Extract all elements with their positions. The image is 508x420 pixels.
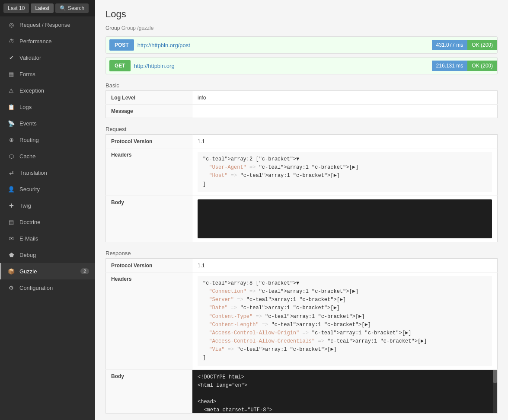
doctrine-icon: ▤ xyxy=(7,218,15,226)
sidebar-item-label: Guzzle xyxy=(19,268,37,275)
sidebar-item-label: Debug xyxy=(19,252,36,258)
sidebar-item-routing[interactable]: ⊕Routing xyxy=(0,131,95,148)
log-url[interactable]: http://httpbin.org/post xyxy=(137,42,432,48)
field-value: 1.1 xyxy=(192,259,498,272)
sidebar-item-debug[interactable]: ⬟Debug xyxy=(0,247,95,263)
sidebar-item-security[interactable]: 👤Security xyxy=(0,181,95,197)
sidebar-item-configuration[interactable]: ⚙Configuration xyxy=(0,279,95,296)
exception-icon: ⚠ xyxy=(7,87,15,94)
check-icon: ✔ xyxy=(7,54,15,61)
sidebar-item-label: Validator xyxy=(19,55,41,61)
request-table: Protocol Version 1.1 Headers "c-teal">ar… xyxy=(105,135,498,242)
scrollbar-thumb[interactable] xyxy=(493,370,497,383)
field-value: info xyxy=(192,91,498,105)
body-dark-block xyxy=(198,199,492,238)
resp-body-row: Body <!DOCTYPE html> <html lang="en"> <h… xyxy=(106,369,498,413)
headers-key: Headers xyxy=(106,148,192,196)
sidebar-item-events[interactable]: 📡Events xyxy=(0,115,95,131)
method-badge: GET xyxy=(109,60,131,71)
cache-icon: ⬡ xyxy=(7,152,15,160)
resp-headers-value: "c-teal">array:8 ["c-bracket">▼ "Connect… xyxy=(192,272,498,369)
email-icon: ✉ xyxy=(7,234,15,242)
sidebar-item-logs[interactable]: 📋Logs xyxy=(0,99,95,115)
sidebar-item-exception[interactable]: ⚠Exception xyxy=(0,82,95,99)
sidebar-item-request-response[interactable]: ◎Request / Response xyxy=(0,16,95,33)
sidebar-item-forms[interactable]: ▦Forms xyxy=(0,66,95,82)
forms-icon: ▦ xyxy=(7,70,15,78)
log-entry[interactable]: POSThttp://httpbin.org/post431.077 msOK … xyxy=(105,36,498,54)
guzzle-icon: 📦 xyxy=(7,267,15,275)
field-key: Log Level xyxy=(106,91,192,105)
log-time: 216.131 ms xyxy=(432,61,468,71)
resp-body-value: <!DOCTYPE html> <html lang="en"> <head> … xyxy=(192,369,498,413)
translation-icon: ⇄ xyxy=(7,169,15,176)
main-content: Logs Group Group /guzzle POSThttp://http… xyxy=(95,0,508,420)
field-key: Protocol Version xyxy=(106,259,192,272)
clock-icon: ⏱ xyxy=(7,37,15,45)
security-icon: 👤 xyxy=(7,185,15,193)
sidebar-item-performance[interactable]: ⏱Performance xyxy=(0,33,95,49)
field-key: Protocol Version xyxy=(106,135,192,148)
sidebar-item-label: Performance xyxy=(19,38,51,45)
search-icon: 🔍 xyxy=(60,5,66,11)
request-section-header: Request xyxy=(105,122,498,135)
last10-button[interactable]: Last 10 xyxy=(3,3,29,13)
body-value xyxy=(192,196,498,242)
sidebar-item-label: Logs xyxy=(19,104,32,110)
latest-button[interactable]: Latest xyxy=(31,3,54,13)
sidebar-item-label: Doctrine xyxy=(19,219,40,225)
sidebar-item-emails[interactable]: ✉E-Mails xyxy=(0,230,95,247)
routing-icon: ⊕ xyxy=(7,136,15,144)
log-time: 431.077 ms xyxy=(432,40,468,50)
method-badge: POST xyxy=(109,39,134,51)
table-row: Protocol Version 1.1 xyxy=(106,135,498,148)
headers-value: "c-teal">array:2 ["c-bracket">▼ "User-Ag… xyxy=(192,148,498,196)
sidebar-item-twig[interactable]: ✚Twig xyxy=(0,197,95,214)
sidebar-item-translation[interactable]: ⇄Translation xyxy=(0,164,95,181)
sidebar-item-label: Translation xyxy=(19,170,47,176)
field-value xyxy=(192,105,498,118)
sidebar-item-label: Twig xyxy=(19,202,31,209)
sidebar-item-label: Events xyxy=(19,120,37,127)
response-section-header: Response xyxy=(105,247,498,259)
field-key: Message xyxy=(106,105,192,118)
sidebar-item-label: Request / Response xyxy=(19,22,70,28)
sidebar-item-doctrine[interactable]: ▤Doctrine xyxy=(0,214,95,230)
response-body-code: <!DOCTYPE html> <html lang="en"> <head> … xyxy=(192,370,497,413)
response-table: Protocol Version 1.1 Headers "c-teal">ar… xyxy=(105,259,498,414)
basic-table: Log LevelinfoMessage xyxy=(105,91,498,118)
search-button[interactable]: 🔍 Search xyxy=(55,3,89,13)
headers-row: Headers "c-teal">array:2 ["c-bracket">▼ … xyxy=(106,148,498,196)
log-entries: POSThttp://httpbin.org/post431.077 msOK … xyxy=(105,36,498,74)
sidebar-items: ◎Request / Response⏱Performance✔Validato… xyxy=(0,16,95,296)
resp-headers-key: Headers xyxy=(106,272,192,369)
resp-headers-row: Headers "c-teal">array:8 ["c-bracket">▼ … xyxy=(106,272,498,369)
group-label: Group Group /guzzle xyxy=(105,25,498,31)
events-icon: 📡 xyxy=(7,119,15,127)
sidebar-badge: 2 xyxy=(80,268,89,274)
scrollbar[interactable] xyxy=(493,370,497,413)
sidebar-item-validator[interactable]: ✔Validator xyxy=(0,49,95,66)
basic-section-header: Basic xyxy=(105,79,498,91)
sidebar-item-label: Forms xyxy=(19,71,35,77)
sidebar-item-label: Security xyxy=(19,186,40,192)
sidebar-item-guzzle[interactable]: 📦Guzzle2 xyxy=(0,263,95,279)
page-title: Logs xyxy=(105,9,498,20)
table-row: Message xyxy=(106,105,498,118)
table-row: Protocol Version 1.1 xyxy=(106,259,498,272)
log-status: OK (200) xyxy=(467,40,497,50)
body-key: Body xyxy=(106,196,192,242)
log-entry[interactable]: GEThttp://httpbin.org216.131 msOK (200) xyxy=(105,57,498,74)
table-row: Log Levelinfo xyxy=(106,91,498,105)
config-icon: ⚙ xyxy=(7,284,15,292)
twig-icon: ✚ xyxy=(7,202,15,209)
resp-body-key: Body xyxy=(106,369,192,413)
sidebar-header: Last 10 Latest 🔍 Search xyxy=(0,0,95,16)
sidebar-item-cache[interactable]: ⬡Cache xyxy=(0,148,95,164)
sidebar-item-label: Configuration xyxy=(19,285,53,291)
sidebar-item-label: E-Mails xyxy=(19,235,38,242)
body-row: Body xyxy=(106,196,498,242)
log-url[interactable]: http://httpbin.org xyxy=(134,63,432,69)
sidebar: Last 10 Latest 🔍 Search ◎Request / Respo… xyxy=(0,0,95,420)
sidebar-item-label: Routing xyxy=(19,137,39,143)
